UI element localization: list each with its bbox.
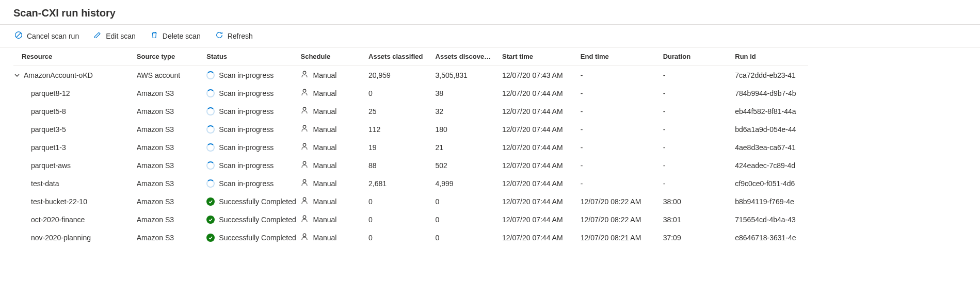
table-row[interactable]: test-bucket-22-10Amazon S3Successfully C… bbox=[13, 192, 808, 210]
col-assets-classified[interactable]: Assets classified bbox=[368, 47, 436, 66]
delete-scan-label: Delete scan bbox=[163, 32, 201, 40]
start-time: 12/07/20 07:44 AM bbox=[502, 102, 581, 120]
assets-classified: 2,681 bbox=[368, 174, 436, 192]
run-id: b8b94119-f769-4e bbox=[735, 192, 808, 210]
status-text: Scan in-progress bbox=[219, 89, 274, 97]
assets-discovered: 0 bbox=[436, 228, 503, 246]
table-row[interactable]: parquet-awsAmazon S3Scan in-progressManu… bbox=[13, 156, 808, 174]
assets-classified: 88 bbox=[368, 156, 436, 174]
col-source-type[interactable]: Source type bbox=[137, 47, 207, 66]
end-time: 12/07/20 08:21 AM bbox=[581, 228, 663, 246]
assets-classified: 0 bbox=[368, 84, 436, 102]
assets-classified: 112 bbox=[368, 120, 436, 138]
resource-name: test-data bbox=[21, 179, 59, 188]
person-icon bbox=[300, 70, 309, 80]
col-start-time[interactable]: Start time bbox=[502, 47, 581, 66]
status-text: Scan in-progress bbox=[219, 107, 274, 116]
svg-point-7 bbox=[303, 161, 307, 164]
cancel-scan-label: Cancel scan run bbox=[27, 32, 79, 40]
assets-classified: 20,959 bbox=[368, 66, 436, 85]
col-resource[interactable]: Resource bbox=[13, 47, 137, 66]
assets-classified: 19 bbox=[368, 138, 436, 156]
success-check-icon bbox=[206, 216, 215, 224]
start-time: 12/07/20 07:44 AM bbox=[502, 120, 581, 138]
svg-point-8 bbox=[303, 179, 307, 183]
run-id: eb44f582-8f81-44a bbox=[735, 102, 808, 120]
person-icon bbox=[300, 196, 309, 206]
refresh-button[interactable]: Refresh bbox=[214, 29, 254, 43]
success-check-icon bbox=[206, 197, 215, 206]
col-duration[interactable]: Duration bbox=[663, 47, 735, 66]
resource-name: nov-2020-planning bbox=[21, 234, 91, 242]
svg-line-1 bbox=[17, 33, 21, 37]
svg-point-3 bbox=[303, 89, 307, 92]
col-schedule[interactable]: Schedule bbox=[300, 47, 368, 66]
table-row[interactable]: nov-2020-planningAmazon S3Successfully C… bbox=[13, 228, 808, 246]
edit-scan-button[interactable]: Edit scan bbox=[92, 29, 137, 43]
page-title: Scan-CXl run history bbox=[0, 0, 980, 24]
run-id: 715654cd-4b4a-43 bbox=[735, 210, 808, 228]
duration: - bbox=[663, 84, 735, 102]
refresh-icon bbox=[215, 31, 223, 41]
end-time: - bbox=[581, 156, 663, 174]
run-id: 4ae8d3ea-ca67-41 bbox=[735, 138, 808, 156]
person-icon bbox=[300, 106, 309, 116]
col-end-time[interactable]: End time bbox=[581, 47, 663, 66]
assets-discovered: 0 bbox=[436, 192, 503, 210]
person-icon bbox=[300, 124, 309, 134]
end-time: - bbox=[581, 102, 663, 120]
assets-discovered: 3,505,831 bbox=[436, 66, 503, 85]
table-row[interactable]: AmazonAccount-oKDAWS accountScan in-prog… bbox=[13, 66, 808, 85]
col-run-id[interactable]: Run id bbox=[735, 47, 808, 66]
table-row[interactable]: parquet3-5Amazon S3Scan in-progressManua… bbox=[13, 120, 808, 138]
table-row[interactable]: test-dataAmazon S3Scan in-progressManual… bbox=[13, 174, 808, 192]
table-row[interactable]: oct-2020-financeAmazon S3Successfully Co… bbox=[13, 210, 808, 228]
col-assets-discovered[interactable]: Assets discove… bbox=[436, 47, 503, 66]
edit-icon bbox=[93, 31, 102, 41]
duration: - bbox=[663, 66, 735, 85]
assets-classified: 0 bbox=[368, 210, 436, 228]
spinner-icon bbox=[206, 107, 215, 116]
run-id: 784b9944-d9b7-4b bbox=[735, 84, 808, 102]
svg-point-11 bbox=[303, 234, 307, 237]
spinner-icon bbox=[206, 143, 215, 152]
success-check-icon bbox=[206, 234, 215, 242]
schedule-text: Manual bbox=[313, 234, 336, 242]
schedule-text: Manual bbox=[313, 89, 336, 97]
source-type: Amazon S3 bbox=[137, 228, 207, 246]
status-text: Scan in-progress bbox=[219, 161, 274, 170]
source-type: Amazon S3 bbox=[137, 156, 207, 174]
table-row[interactable]: parquet1-3Amazon S3Scan in-progressManua… bbox=[13, 138, 808, 156]
table-row[interactable]: parquet5-8Amazon S3Scan in-progressManua… bbox=[13, 102, 808, 120]
duration: 38:00 bbox=[663, 192, 735, 210]
table-row[interactable]: parquet8-12Amazon S3Scan in-progressManu… bbox=[13, 84, 808, 102]
end-time: - bbox=[581, 138, 663, 156]
cancel-icon bbox=[14, 31, 23, 41]
spinner-icon bbox=[206, 179, 215, 188]
svg-point-9 bbox=[303, 197, 307, 201]
run-id: e8646718-3631-4e bbox=[735, 228, 808, 246]
person-icon bbox=[300, 142, 309, 152]
assets-classified: 25 bbox=[368, 102, 436, 120]
delete-scan-button[interactable]: Delete scan bbox=[149, 29, 202, 43]
schedule-text: Manual bbox=[313, 143, 336, 152]
resource-name: AmazonAccount-oKD bbox=[24, 71, 93, 79]
start-time: 12/07/20 07:43 AM bbox=[502, 66, 581, 85]
resource-name: oct-2020-finance bbox=[21, 216, 85, 224]
source-type: Amazon S3 bbox=[137, 102, 207, 120]
assets-discovered: 32 bbox=[436, 102, 503, 120]
chevron-down-icon[interactable] bbox=[13, 72, 21, 78]
cancel-scan-button[interactable]: Cancel scan run bbox=[13, 29, 80, 43]
col-status[interactable]: Status bbox=[206, 47, 300, 66]
schedule-text: Manual bbox=[313, 197, 336, 206]
refresh-label: Refresh bbox=[228, 32, 253, 40]
assets-discovered: 180 bbox=[436, 120, 503, 138]
edit-scan-label: Edit scan bbox=[106, 32, 136, 40]
source-type: Amazon S3 bbox=[137, 138, 207, 156]
duration: - bbox=[663, 102, 735, 120]
status-text: Successfully Completed bbox=[219, 216, 296, 224]
schedule-text: Manual bbox=[313, 107, 336, 116]
duration: - bbox=[663, 156, 735, 174]
svg-point-6 bbox=[303, 143, 307, 146]
end-time: - bbox=[581, 84, 663, 102]
